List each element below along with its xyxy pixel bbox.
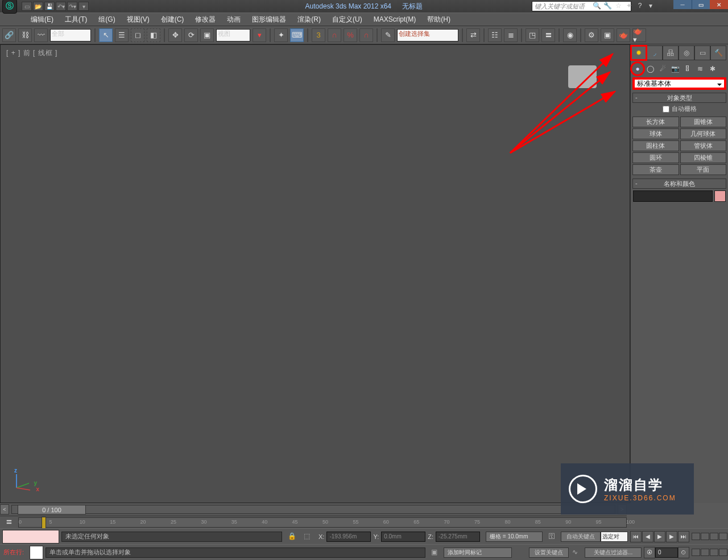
autogrid-checkbox[interactable]: 自动栅格	[631, 103, 728, 115]
x-coord-input[interactable]: -193.956m	[326, 532, 371, 542]
help-dropdown-icon[interactable]: ▾	[646, 1, 655, 10]
spinner-snap-icon[interactable]: ∩	[359, 28, 373, 42]
keymode-toggle-icon[interactable]: ⦿	[644, 547, 655, 558]
goto-start-icon[interactable]: ⏮	[630, 531, 642, 542]
help-icon[interactable]: ?	[635, 1, 644, 10]
move-icon[interactable]: ✥	[168, 28, 182, 42]
fov-icon[interactable]	[710, 549, 718, 556]
current-frame-input[interactable]: 0	[655, 547, 678, 558]
undo-icon[interactable]: ↶▾	[56, 2, 66, 11]
minimize-button[interactable]: ─	[673, 0, 692, 9]
render-preset-icon[interactable]: 🫖▾	[632, 28, 646, 42]
orbit-icon[interactable]	[701, 549, 709, 556]
edit-named-sel-icon[interactable]: ✎	[381, 28, 395, 42]
menu-group[interactable]: 组(G)	[93, 13, 121, 26]
next-frame-icon[interactable]: ▶	[666, 531, 677, 542]
mirror-icon[interactable]: ⇄	[466, 28, 480, 42]
btn-box[interactable]: 长方体	[632, 117, 679, 127]
save-file-icon[interactable]: 💾	[44, 2, 55, 11]
search-icon[interactable]: 🔍	[592, 1, 601, 10]
menu-grapheditor[interactable]: 图形编辑器	[246, 13, 292, 26]
comm-center-icon[interactable]: ▣	[431, 548, 440, 557]
y-coord-input[interactable]: 0.0mm	[381, 532, 425, 542]
tab-utilities[interactable]: 🔨	[710, 45, 726, 60]
select-manipulate-icon[interactable]: ✦	[274, 28, 288, 42]
btn-sphere[interactable]: 球体	[632, 128, 679, 139]
application-menu-icon[interactable]: Ⓢ	[2, 0, 17, 14]
star-icon[interactable]: ☆	[614, 1, 623, 10]
tab-hierarchy[interactable]: 品	[663, 45, 679, 60]
timeslider-prev-icon[interactable]: <	[0, 504, 9, 515]
pan-icon[interactable]	[692, 549, 700, 556]
material-editor-icon[interactable]: ◉	[563, 28, 577, 42]
menu-animation[interactable]: 动画	[221, 13, 246, 26]
subtab-spacewarps[interactable]: ≋	[694, 63, 706, 74]
trackbar-mini-curve-icon[interactable]: 〓	[2, 517, 16, 528]
autogrid-check[interactable]	[663, 106, 669, 113]
script-input[interactable]	[30, 546, 43, 559]
viewport[interactable]: [ + ] 前 [ 线框 ] zyx	[0, 44, 630, 503]
reference-coord-dropdown[interactable]: 视图	[216, 29, 250, 42]
close-button[interactable]: ✕	[710, 0, 728, 9]
tab-create[interactable]: ✹	[631, 45, 647, 60]
menu-help[interactable]: 帮助(H)	[421, 13, 456, 26]
maximize-button[interactable]: ▭	[692, 0, 710, 9]
pivot-center-icon[interactable]: ▾	[253, 28, 266, 42]
maxscript-mini-listener[interactable]	[2, 530, 59, 544]
trackbar-ruler[interactable]: 0510152025303540455055606570758085909510…	[18, 517, 627, 528]
key-filters-icon[interactable]: ∿	[572, 548, 581, 557]
subtab-geometry[interactable]: ●	[632, 63, 643, 74]
time-slider[interactable]: < 0 / 100 >	[0, 503, 627, 516]
selection-filter-dropdown[interactable]: 全部	[50, 29, 91, 42]
zoom-icon[interactable]	[692, 533, 700, 540]
menu-maxscript[interactable]: MAXScript(M)	[368, 13, 422, 26]
menu-tools[interactable]: 工具(T)	[59, 13, 93, 26]
menu-rendering[interactable]: 渲染(R)	[292, 13, 326, 26]
project-dropdown-icon[interactable]: ▾	[78, 2, 89, 11]
subtab-shapes[interactable]: ◯	[644, 63, 656, 74]
setkey-button[interactable]: 设置关键点	[529, 547, 569, 558]
select-object-icon[interactable]: ↖	[99, 28, 113, 42]
isolate-icon[interactable]: ⬚	[304, 532, 313, 541]
zoom-extents-all-icon[interactable]	[719, 533, 727, 540]
key-mode-icon[interactable]: ⚿	[548, 532, 557, 541]
btn-pyramid[interactable]: 四棱锥	[680, 152, 727, 163]
align-icon[interactable]: ☷	[488, 28, 502, 42]
object-name-input[interactable]	[633, 190, 713, 202]
subtab-cameras[interactable]: 📷	[669, 63, 681, 74]
btn-geosphere[interactable]: 几何球体	[680, 128, 727, 139]
favorite-icon[interactable]: ✦	[624, 1, 634, 10]
trackbar-handle[interactable]	[42, 517, 46, 529]
z-coord-input[interactable]: -25.275mm	[436, 532, 480, 542]
menu-create[interactable]: 创建(C)	[155, 13, 190, 26]
open-file-icon[interactable]: 📂	[33, 2, 43, 11]
snap-toggle-icon[interactable]: 3	[312, 28, 325, 42]
tab-display[interactable]: ▭	[694, 45, 710, 60]
time-slider-handle[interactable]: 0 / 100	[18, 505, 86, 515]
select-by-name-icon[interactable]: ☰	[115, 28, 129, 42]
window-crossing-icon[interactable]: ◧	[147, 28, 160, 42]
tab-modify[interactable]: ◞	[647, 45, 663, 60]
menu-modifiers[interactable]: 修改器	[189, 13, 221, 26]
bind-spacewarp-icon[interactable]: 〰	[34, 28, 48, 42]
new-file-icon[interactable]: ▭	[22, 2, 32, 11]
btn-teapot[interactable]: 茶壶	[632, 164, 679, 175]
key-target-dropdown[interactable]: 选定对	[601, 532, 628, 542]
zoom-extents-icon[interactable]	[710, 533, 718, 540]
menu-customize[interactable]: 自定义(U)	[326, 13, 368, 26]
track-bar[interactable]: 〓 05101520253035404550556065707580859095…	[0, 516, 627, 528]
subtab-helpers[interactable]: 〿	[682, 63, 693, 74]
btn-tube[interactable]: 管状体	[680, 140, 727, 151]
autokey-button[interactable]: 自动关键点	[561, 532, 601, 542]
percent-snap-icon[interactable]: %	[344, 28, 357, 42]
play-icon[interactable]: ▶	[654, 531, 665, 542]
primitive-category-dropdown[interactable]: 标准基本体	[632, 77, 726, 90]
link-icon[interactable]: 🔗	[2, 28, 16, 42]
zoom-all-icon[interactable]	[701, 533, 709, 540]
layers-icon[interactable]: ≣	[504, 28, 518, 42]
render-setup-icon[interactable]: ⚙	[585, 28, 598, 42]
object-color-swatch[interactable]	[714, 190, 726, 202]
btn-torus[interactable]: 圆环	[632, 152, 679, 163]
rendered-frame-icon[interactable]: ▣	[601, 28, 614, 42]
maximize-viewport-icon[interactable]	[719, 549, 727, 556]
